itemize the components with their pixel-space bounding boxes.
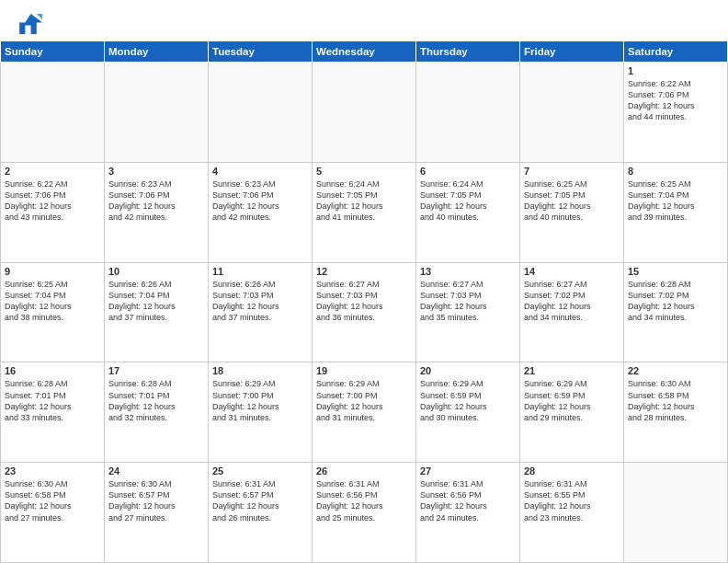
calendar-week-2: 2Sunrise: 6:22 AM Sunset: 7:06 PM Daylig… bbox=[1, 162, 728, 262]
calendar-cell: 22Sunrise: 6:30 AM Sunset: 6:58 PM Dayli… bbox=[624, 362, 728, 463]
day-info: Sunrise: 6:30 AM Sunset: 6:58 PM Dayligh… bbox=[5, 478, 100, 523]
calendar-cell: 24Sunrise: 6:30 AM Sunset: 6:57 PM Dayli… bbox=[105, 463, 209, 563]
day-number: 25 bbox=[212, 465, 308, 477]
day-info: Sunrise: 6:25 AM Sunset: 7:04 PM Dayligh… bbox=[5, 279, 100, 324]
calendar-cell: 17Sunrise: 6:28 AM Sunset: 7:01 PM Dayli… bbox=[105, 362, 209, 463]
day-info: Sunrise: 6:28 AM Sunset: 7:02 PM Dayligh… bbox=[628, 279, 723, 324]
calendar-cell: 27Sunrise: 6:31 AM Sunset: 6:56 PM Dayli… bbox=[416, 463, 520, 563]
day-number: 24 bbox=[108, 465, 204, 477]
logo-icon bbox=[17, 11, 42, 37]
calendar-cell bbox=[1, 63, 105, 163]
calendar-cell: 20Sunrise: 6:29 AM Sunset: 6:59 PM Dayli… bbox=[416, 362, 520, 463]
day-info: Sunrise: 6:31 AM Sunset: 6:56 PM Dayligh… bbox=[316, 478, 412, 523]
day-number: 16 bbox=[5, 365, 100, 376]
day-number: 3 bbox=[108, 166, 204, 177]
day-info: Sunrise: 6:31 AM Sunset: 6:56 PM Dayligh… bbox=[420, 478, 516, 523]
calendar-cell: 28Sunrise: 6:31 AM Sunset: 6:55 PM Dayli… bbox=[520, 463, 624, 563]
calendar-cell: 21Sunrise: 6:29 AM Sunset: 6:59 PM Dayli… bbox=[520, 362, 624, 463]
day-info: Sunrise: 6:27 AM Sunset: 7:03 PM Dayligh… bbox=[420, 279, 516, 324]
calendar-cell: 5Sunrise: 6:24 AM Sunset: 7:05 PM Daylig… bbox=[313, 162, 416, 262]
day-number: 13 bbox=[420, 266, 516, 277]
calendar-cell: 3Sunrise: 6:23 AM Sunset: 7:06 PM Daylig… bbox=[105, 162, 209, 262]
day-info: Sunrise: 6:27 AM Sunset: 7:03 PM Dayligh… bbox=[316, 279, 412, 324]
day-info: Sunrise: 6:29 AM Sunset: 6:59 PM Dayligh… bbox=[524, 378, 620, 423]
day-number: 7 bbox=[524, 166, 620, 177]
day-number: 23 bbox=[5, 465, 100, 477]
day-info: Sunrise: 6:22 AM Sunset: 7:06 PM Dayligh… bbox=[5, 178, 100, 224]
calendar-cell: 19Sunrise: 6:29 AM Sunset: 7:00 PM Dayli… bbox=[313, 362, 416, 463]
day-number: 12 bbox=[316, 266, 412, 277]
day-number: 9 bbox=[5, 266, 100, 277]
calendar-header-row: SundayMondayTuesdayWednesdayThursdayFrid… bbox=[1, 41, 728, 63]
day-info: Sunrise: 6:29 AM Sunset: 6:59 PM Dayligh… bbox=[420, 378, 516, 423]
calendar-cell: 2Sunrise: 6:22 AM Sunset: 7:06 PM Daylig… bbox=[1, 162, 105, 262]
calendar-week-1: 1Sunrise: 6:22 AM Sunset: 7:06 PM Daylig… bbox=[1, 63, 728, 163]
calendar-header-wednesday: Wednesday bbox=[313, 41, 416, 63]
day-info: Sunrise: 6:31 AM Sunset: 6:55 PM Dayligh… bbox=[524, 478, 620, 523]
day-info: Sunrise: 6:28 AM Sunset: 7:01 PM Dayligh… bbox=[5, 378, 100, 423]
calendar-cell: 26Sunrise: 6:31 AM Sunset: 6:56 PM Dayli… bbox=[313, 463, 416, 563]
calendar-cell: 10Sunrise: 6:26 AM Sunset: 7:04 PM Dayli… bbox=[105, 262, 209, 362]
day-info: Sunrise: 6:24 AM Sunset: 7:05 PM Dayligh… bbox=[420, 178, 516, 224]
day-number: 6 bbox=[420, 166, 516, 177]
calendar-cell: 11Sunrise: 6:26 AM Sunset: 7:03 PM Dayli… bbox=[209, 262, 313, 362]
day-info: Sunrise: 6:23 AM Sunset: 7:06 PM Dayligh… bbox=[108, 178, 204, 224]
calendar-cell: 4Sunrise: 6:23 AM Sunset: 7:06 PM Daylig… bbox=[209, 162, 313, 262]
day-number: 11 bbox=[212, 266, 308, 277]
day-info: Sunrise: 6:23 AM Sunset: 7:06 PM Dayligh… bbox=[212, 178, 308, 224]
day-info: Sunrise: 6:24 AM Sunset: 7:05 PM Dayligh… bbox=[316, 178, 412, 224]
day-info: Sunrise: 6:26 AM Sunset: 7:03 PM Dayligh… bbox=[212, 279, 308, 324]
calendar-cell bbox=[416, 63, 520, 163]
page: SundayMondayTuesdayWednesdayThursdayFrid… bbox=[0, 0, 728, 563]
logo bbox=[17, 11, 46, 37]
day-number: 1 bbox=[628, 65, 723, 76]
calendar-cell: 15Sunrise: 6:28 AM Sunset: 7:02 PM Dayli… bbox=[624, 262, 728, 362]
day-info: Sunrise: 6:29 AM Sunset: 7:00 PM Dayligh… bbox=[212, 378, 308, 423]
day-number: 22 bbox=[628, 365, 723, 376]
calendar-cell: 14Sunrise: 6:27 AM Sunset: 7:02 PM Dayli… bbox=[520, 262, 624, 362]
calendar-cell bbox=[313, 63, 416, 163]
calendar-header-saturday: Saturday bbox=[624, 41, 728, 63]
day-info: Sunrise: 6:22 AM Sunset: 7:06 PM Dayligh… bbox=[628, 78, 723, 123]
day-info: Sunrise: 6:28 AM Sunset: 7:01 PM Dayligh… bbox=[108, 378, 204, 423]
calendar-cell: 23Sunrise: 6:30 AM Sunset: 6:58 PM Dayli… bbox=[1, 463, 105, 563]
day-number: 2 bbox=[5, 166, 100, 177]
day-info: Sunrise: 6:29 AM Sunset: 7:00 PM Dayligh… bbox=[316, 378, 412, 423]
day-number: 5 bbox=[316, 166, 412, 177]
day-info: Sunrise: 6:25 AM Sunset: 7:04 PM Dayligh… bbox=[628, 178, 723, 224]
day-number: 15 bbox=[628, 266, 723, 277]
day-info: Sunrise: 6:30 AM Sunset: 6:57 PM Dayligh… bbox=[108, 478, 204, 523]
day-number: 28 bbox=[524, 465, 620, 477]
calendar-header-sunday: Sunday bbox=[1, 41, 105, 63]
calendar-cell bbox=[209, 63, 313, 163]
day-number: 26 bbox=[316, 465, 412, 477]
day-info: Sunrise: 6:27 AM Sunset: 7:02 PM Dayligh… bbox=[524, 279, 620, 324]
calendar-cell bbox=[105, 63, 209, 163]
calendar-header-monday: Monday bbox=[105, 41, 209, 63]
calendar-header-thursday: Thursday bbox=[416, 41, 520, 63]
day-info: Sunrise: 6:25 AM Sunset: 7:05 PM Dayligh… bbox=[524, 178, 620, 224]
calendar-header-tuesday: Tuesday bbox=[209, 41, 313, 63]
day-number: 19 bbox=[316, 365, 412, 376]
day-number: 10 bbox=[108, 266, 204, 277]
calendar-week-3: 9Sunrise: 6:25 AM Sunset: 7:04 PM Daylig… bbox=[1, 262, 728, 362]
day-number: 18 bbox=[212, 365, 308, 376]
day-number: 17 bbox=[108, 365, 204, 376]
header bbox=[0, 0, 728, 40]
calendar-cell: 13Sunrise: 6:27 AM Sunset: 7:03 PM Dayli… bbox=[416, 262, 520, 362]
day-number: 4 bbox=[212, 166, 308, 177]
calendar-cell: 12Sunrise: 6:27 AM Sunset: 7:03 PM Dayli… bbox=[313, 262, 416, 362]
day-info: Sunrise: 6:31 AM Sunset: 6:57 PM Dayligh… bbox=[212, 478, 308, 523]
day-info: Sunrise: 6:26 AM Sunset: 7:04 PM Dayligh… bbox=[108, 279, 204, 324]
calendar-cell: 25Sunrise: 6:31 AM Sunset: 6:57 PM Dayli… bbox=[209, 463, 313, 563]
calendar-cell: 8Sunrise: 6:25 AM Sunset: 7:04 PM Daylig… bbox=[624, 162, 728, 262]
calendar-cell: 6Sunrise: 6:24 AM Sunset: 7:05 PM Daylig… bbox=[416, 162, 520, 262]
calendar-cell bbox=[624, 463, 728, 563]
calendar-cell: 9Sunrise: 6:25 AM Sunset: 7:04 PM Daylig… bbox=[1, 262, 105, 362]
calendar-header-friday: Friday bbox=[520, 41, 624, 63]
calendar-cell: 7Sunrise: 6:25 AM Sunset: 7:05 PM Daylig… bbox=[520, 162, 624, 262]
calendar-week-5: 23Sunrise: 6:30 AM Sunset: 6:58 PM Dayli… bbox=[1, 463, 728, 563]
day-number: 27 bbox=[420, 465, 516, 477]
day-info: Sunrise: 6:30 AM Sunset: 6:58 PM Dayligh… bbox=[628, 378, 723, 423]
calendar-cell: 18Sunrise: 6:29 AM Sunset: 7:00 PM Dayli… bbox=[209, 362, 313, 463]
